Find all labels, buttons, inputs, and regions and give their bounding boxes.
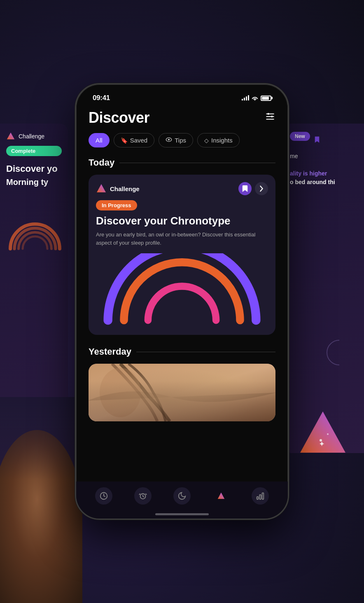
svg-point-3 bbox=[327, 433, 329, 435]
page-header: Discover bbox=[89, 105, 275, 133]
yesterday-section-title: Yesterday bbox=[89, 346, 131, 357]
svg-marker-18 bbox=[218, 493, 225, 499]
svg-text:✦: ✦ bbox=[319, 440, 325, 448]
scroll-content: Discover All bbox=[76, 105, 288, 502]
brand-name-text: Challenge bbox=[110, 185, 140, 192]
stats-nav-icon bbox=[252, 487, 269, 505]
chevron-button[interactable] bbox=[255, 182, 268, 195]
bg-challenge-badge: Challenge bbox=[6, 132, 62, 141]
chevron-right-icon bbox=[259, 185, 264, 192]
yesterday-section-header: Yesterday bbox=[89, 346, 275, 357]
card-brand: Challenge bbox=[96, 183, 140, 194]
bg-arc-decoration bbox=[6, 195, 64, 253]
bg-triangle-icon bbox=[6, 132, 15, 141]
dynamic-island bbox=[175, 90, 189, 94]
bg-triangle-logo: ✦ bbox=[298, 409, 348, 459]
status-icons bbox=[242, 96, 271, 101]
sounds-nav-icon bbox=[173, 487, 191, 505]
status-time: 09:41 bbox=[93, 94, 110, 102]
bg-new-badge: New bbox=[290, 132, 310, 141]
nav-alarm[interactable] bbox=[131, 484, 155, 508]
diamond-tab-icon: ◇ bbox=[204, 137, 209, 144]
filter-button[interactable] bbox=[265, 111, 275, 124]
clock-icon bbox=[99, 491, 108, 500]
svg-marker-0 bbox=[7, 133, 14, 140]
sleep-nav-icon bbox=[95, 487, 112, 505]
bg-moon-decoration bbox=[323, 336, 356, 371]
svg-rect-20 bbox=[259, 495, 261, 499]
svg-point-9 bbox=[271, 116, 273, 117]
battery-icon bbox=[261, 96, 271, 101]
bg-person-image bbox=[0, 397, 82, 603]
bg-challenge-label: Challenge bbox=[19, 133, 44, 140]
nav-sounds[interactable] bbox=[170, 484, 194, 508]
page-title: Discover bbox=[89, 109, 149, 126]
tab-tips[interactable]: Tips bbox=[159, 133, 193, 147]
wifi-icon bbox=[252, 96, 258, 100]
nav-sleep[interactable] bbox=[92, 484, 116, 508]
nav-stats[interactable] bbox=[248, 484, 272, 508]
triangle-active-icon bbox=[217, 491, 226, 500]
status-bar: 09:41 bbox=[76, 84, 288, 105]
svg-rect-19 bbox=[257, 497, 258, 499]
tab-saved[interactable]: 🔖 Saved bbox=[114, 133, 155, 147]
brand-logo-icon bbox=[96, 183, 107, 194]
status-badge: In Progress bbox=[96, 200, 137, 210]
card-description: Are you an early bird, an owl or in-betw… bbox=[96, 231, 268, 247]
chart-icon bbox=[256, 491, 265, 500]
tab-all[interactable]: All bbox=[89, 133, 110, 147]
tab-saved-label: Saved bbox=[130, 137, 148, 144]
eye-tab-icon bbox=[166, 137, 172, 144]
card-actions bbox=[238, 182, 268, 195]
tab-all-label: All bbox=[96, 137, 103, 144]
phone-content: Discover All bbox=[76, 105, 288, 453]
nav-discover[interactable] bbox=[209, 484, 233, 508]
today-section-header: Today bbox=[89, 157, 275, 168]
svg-marker-13 bbox=[97, 184, 106, 192]
signal-icon bbox=[242, 96, 249, 100]
bg-discover-text: Discover yo bbox=[6, 164, 62, 174]
today-section-title: Today bbox=[89, 157, 114, 168]
home-indicator bbox=[155, 513, 209, 515]
bg-morning-text: Morning ty bbox=[6, 178, 62, 187]
challenge-card[interactable]: Challenge bbox=[89, 175, 275, 335]
bookmark-button[interactable] bbox=[238, 182, 252, 195]
bg-bookmark-icon bbox=[313, 136, 321, 143]
discover-nav-icon bbox=[212, 487, 230, 505]
yesterday-card-image bbox=[89, 364, 275, 421]
svg-rect-21 bbox=[262, 493, 264, 500]
bg-right-text: me ality is higher o bed around thi bbox=[290, 152, 358, 187]
alarm-icon bbox=[138, 491, 147, 500]
tab-tips-label: Tips bbox=[175, 137, 186, 144]
alarm-nav-icon bbox=[134, 487, 152, 505]
arc-visualization bbox=[96, 253, 268, 327]
svg-point-7 bbox=[268, 113, 269, 115]
filter-tabs: All 🔖 Saved Tips bbox=[89, 133, 275, 147]
moon-icon bbox=[177, 491, 187, 500]
bookmark-tab-icon: 🔖 bbox=[121, 137, 128, 144]
bg-right-panel: New me ality is higher o bed around thi bbox=[284, 124, 364, 453]
card-header: Challenge bbox=[89, 175, 275, 200]
yesterday-card[interactable] bbox=[89, 364, 275, 421]
svg-point-5 bbox=[254, 99, 256, 100]
phone-frame: 09:41 bbox=[75, 83, 289, 520]
yesterday-section-line bbox=[136, 352, 275, 352]
bookmark-filled-icon bbox=[242, 185, 248, 192]
svg-point-12 bbox=[168, 139, 170, 140]
bg-complete-badge: Complete bbox=[6, 146, 62, 156]
card-title: Discover your Chronotype bbox=[96, 215, 268, 227]
today-section-line bbox=[119, 163, 275, 163]
tab-insights-label: Insights bbox=[211, 137, 233, 144]
card-body: In Progress Discover your Chronotype Are… bbox=[89, 200, 275, 335]
phone-wrapper: 09:41 bbox=[75, 83, 289, 520]
tab-insights[interactable]: ◇ Insights bbox=[197, 133, 240, 147]
chronotype-arc-chart bbox=[96, 253, 268, 327]
